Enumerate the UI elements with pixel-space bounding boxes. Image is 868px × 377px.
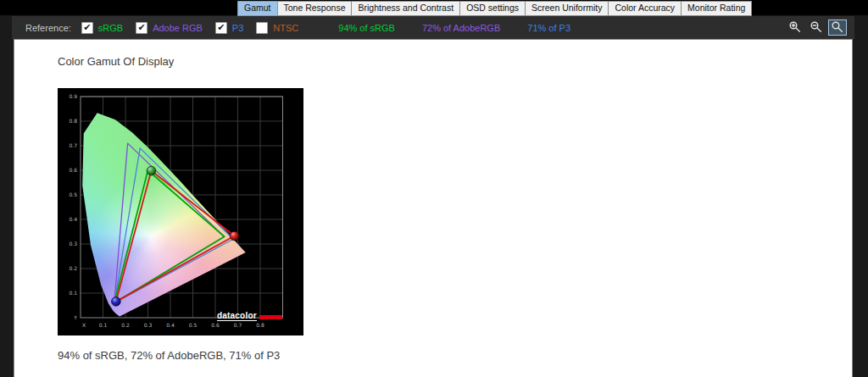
svg-text:0.3: 0.3 <box>69 241 77 247</box>
svg-text:0.7: 0.7 <box>234 322 242 328</box>
checkbox-ntsc[interactable] <box>256 22 268 34</box>
tab-gamut[interactable]: Gamut <box>237 1 278 16</box>
gamut-triangle-display-gamut-measured- <box>116 171 235 302</box>
zoom-reset-icon <box>832 21 844 34</box>
gamut-triangle-srgb-reference <box>114 170 225 303</box>
svg-text:0.9: 0.9 <box>69 93 77 99</box>
svg-text:0.4: 0.4 <box>166 322 175 328</box>
svg-text:0.3: 0.3 <box>144 322 153 328</box>
coverage-stat: 72% of AdobeRGB <box>422 23 500 33</box>
coverage-stat: 94% of sRGB <box>338 23 395 33</box>
gamut-coverage-stats: 94% of sRGB72% of AdobeRGB71% of P3 <box>311 23 570 33</box>
reference-checkbox-label: sRGB <box>98 23 123 33</box>
svg-text:X: X <box>82 322 86 328</box>
gamut-triangle-p3-reference <box>114 148 233 303</box>
reference-label: Reference: <box>25 23 71 33</box>
checkbox-p3[interactable]: ✔ <box>215 22 227 34</box>
chart-overlay: X0.10.20.30.40.50.60.70.8Y0.10.20.30.40.… <box>58 88 303 335</box>
svg-text:0.2: 0.2 <box>121 322 130 328</box>
reference-toolbar: Reference: ✔sRGB✔Adobe RGB✔P3NTSC 94% of… <box>12 16 854 39</box>
svg-text:0.2: 0.2 <box>69 265 77 271</box>
content-panel: Color Gamut Of Display <box>14 39 853 377</box>
svg-text:0.1: 0.1 <box>69 290 77 296</box>
tab-list: GamutTone ResponseBrightness and Contras… <box>237 1 751 16</box>
svg-text:0.8: 0.8 <box>256 322 264 328</box>
tab-screen-uniformity[interactable]: Screen Uniformity <box>525 1 609 16</box>
app-window: GamutTone ResponseBrightness and Contras… <box>0 0 868 377</box>
tab-brightness-and-contrast[interactable]: Brightness and Contrast <box>351 1 460 16</box>
reference-item-p3: ✔P3 <box>215 22 243 34</box>
measured-green-primary-marker <box>147 166 156 175</box>
datacolor-logo-text: datacolor <box>217 311 257 321</box>
zoom-button-group <box>786 19 847 36</box>
zoom-out-icon <box>810 21 823 34</box>
reference-checkbox-label: NTSC <box>273 23 298 33</box>
zoom-in-icon <box>789 21 802 34</box>
reference-checkbox-label: Adobe RGB <box>153 23 203 33</box>
reference-item-adobe-rgb: ✔Adobe RGB <box>136 22 203 34</box>
content-panel-inner: Color Gamut Of Display <box>14 55 852 362</box>
svg-text:0.5: 0.5 <box>189 322 198 328</box>
datacolor-logo-bar <box>259 315 282 319</box>
tab-osd-settings[interactable]: OSD settings <box>459 1 526 16</box>
page-title: Color Gamut Of Display <box>58 55 852 68</box>
svg-text:0.6: 0.6 <box>211 322 220 328</box>
checkbox-adobe-rgb[interactable]: ✔ <box>136 22 147 34</box>
reference-item-ntsc: NTSC <box>256 22 298 34</box>
svg-text:0.4: 0.4 <box>69 216 77 222</box>
svg-text:0.5: 0.5 <box>69 191 77 197</box>
zoom-reset-button[interactable] <box>828 19 847 36</box>
measured-blue-primary-marker <box>112 297 121 307</box>
zoom-out-button[interactable] <box>807 19 826 36</box>
svg-text:0.6: 0.6 <box>69 167 77 173</box>
coverage-stat: 71% of P3 <box>527 23 570 33</box>
reference-item-srgb: ✔sRGB <box>81 22 123 34</box>
svg-text:0.1: 0.1 <box>99 322 108 328</box>
svg-text:0.8: 0.8 <box>69 118 77 124</box>
tab-monitor-rating[interactable]: Monitor Rating <box>681 1 752 16</box>
zoom-in-button[interactable] <box>786 19 804 36</box>
tab-tone-response[interactable]: Tone Response <box>277 1 353 16</box>
reference-checkbox-label: P3 <box>232 23 243 33</box>
coverage-summary: 94% of sRGB, 72% of AdobeRGB, 71% of P3 <box>58 349 852 362</box>
datacolor-logo: datacolor <box>217 311 282 321</box>
measured-red-primary-marker <box>230 231 239 241</box>
checkbox-srgb[interactable]: ✔ <box>81 22 93 34</box>
tab-color-accuracy[interactable]: Color Accuracy <box>608 1 682 16</box>
reference-checkbox-group: ✔sRGB✔Adobe RGB✔P3NTSC <box>81 22 311 34</box>
cie-chromaticity-chart: X0.10.20.30.40.50.60.70.8Y0.10.20.30.40.… <box>58 88 303 335</box>
svg-text:0.7: 0.7 <box>69 142 77 148</box>
svg-text:Y: Y <box>73 314 77 320</box>
tab-bar: GamutTone ResponseBrightness and Contras… <box>0 0 868 15</box>
